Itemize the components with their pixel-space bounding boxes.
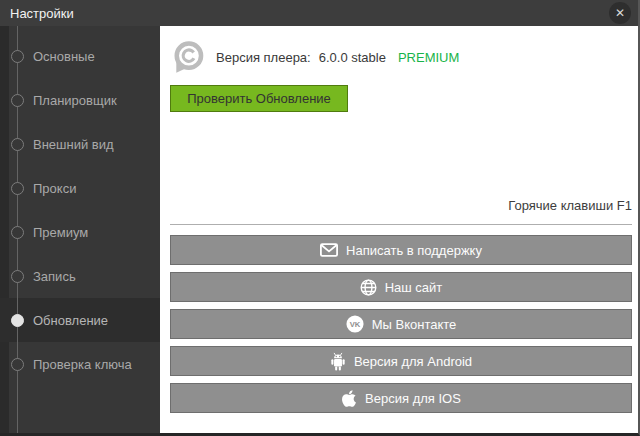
version-value: 6.0.0 stable — [319, 50, 386, 65]
sidebar-item-label: Внешний вид — [33, 137, 114, 152]
radio-bullet-icon — [11, 94, 24, 107]
sidebar-item-scheduler[interactable]: Планировщик — [0, 78, 160, 122]
close-icon[interactable]: ✕ — [609, 2, 631, 24]
link-button-label: Наш сайт — [385, 280, 443, 295]
android-icon — [330, 352, 346, 371]
link-button-label: Написать в поддержку — [346, 243, 482, 258]
settings-window: Настройки ✕ Основные Планировщик Внешний… — [0, 0, 640, 436]
link-button-label: Версия для IOS — [365, 391, 461, 406]
version-row: Версия плеера: 6.0.0 stable PREMIUM — [216, 48, 459, 66]
premium-badge: PREMIUM — [398, 50, 459, 65]
radio-bullet-icon — [11, 226, 24, 239]
sidebar-item-appearance[interactable]: Внешний вид — [0, 122, 160, 166]
android-button[interactable]: Версия для Android — [170, 346, 632, 376]
radio-bullet-icon — [11, 314, 24, 327]
divider — [170, 224, 632, 225]
sidebar-item-label: Проверка ключа — [33, 357, 132, 372]
radio-bullet-icon — [11, 270, 24, 283]
sidebar: Основные Планировщик Внешний вид Прокси … — [0, 26, 160, 433]
svg-text:VK: VK — [349, 320, 360, 329]
sidebar-items: Основные Планировщик Внешний вид Прокси … — [0, 26, 160, 386]
vk-icon: VK — [346, 315, 364, 333]
radio-bullet-icon — [11, 138, 24, 151]
sidebar-item-premium[interactable]: Премиум — [0, 210, 160, 254]
vkontakte-button[interactable]: VK Мы Вконтакте — [170, 309, 632, 339]
radio-bullet-icon — [11, 50, 24, 63]
sidebar-item-label: Основные — [33, 49, 95, 64]
sidebar-item-key-check[interactable]: Проверка ключа — [0, 342, 160, 386]
link-button-label: Мы Вконтакте — [372, 317, 457, 332]
apple-icon — [341, 389, 357, 408]
radio-bullet-icon — [11, 358, 24, 371]
link-buttons: Написать в поддержку Наш сайт VK Мы Вкон… — [170, 235, 632, 413]
ios-button[interactable]: Версия для IOS — [170, 383, 632, 413]
support-button[interactable]: Написать в поддержку — [170, 235, 632, 265]
sidebar-item-label: Премиум — [33, 225, 88, 240]
link-button-label: Версия для Android — [354, 354, 472, 369]
update-panel: Версия плеера: 6.0.0 stable PREMIUM Пров… — [160, 26, 638, 433]
mail-icon — [320, 243, 338, 257]
titlebar: Настройки ✕ — [0, 0, 638, 26]
radio-bullet-icon — [11, 182, 24, 195]
window-title: Настройки — [10, 6, 74, 21]
globe-icon — [360, 279, 377, 296]
sidebar-item-label: Запись — [33, 269, 76, 284]
sidebar-item-update[interactable]: Обновление — [0, 298, 160, 342]
check-update-button[interactable]: Проверить Обновление — [170, 85, 348, 112]
sidebar-item-label: Прокси — [33, 181, 76, 196]
sidebar-item-recording[interactable]: Запись — [0, 254, 160, 298]
sidebar-item-label: Планировщик — [33, 93, 117, 108]
hotkeys-label: Горячие клавиши F1 — [508, 198, 632, 213]
version-label: Версия плеера: — [216, 50, 311, 65]
sidebar-item-main[interactable]: Основные — [0, 34, 160, 78]
sidebar-item-proxy[interactable]: Прокси — [0, 166, 160, 210]
comboplayer-logo-icon — [170, 39, 206, 75]
sidebar-item-label: Обновление — [33, 313, 108, 328]
website-button[interactable]: Наш сайт — [170, 272, 632, 302]
